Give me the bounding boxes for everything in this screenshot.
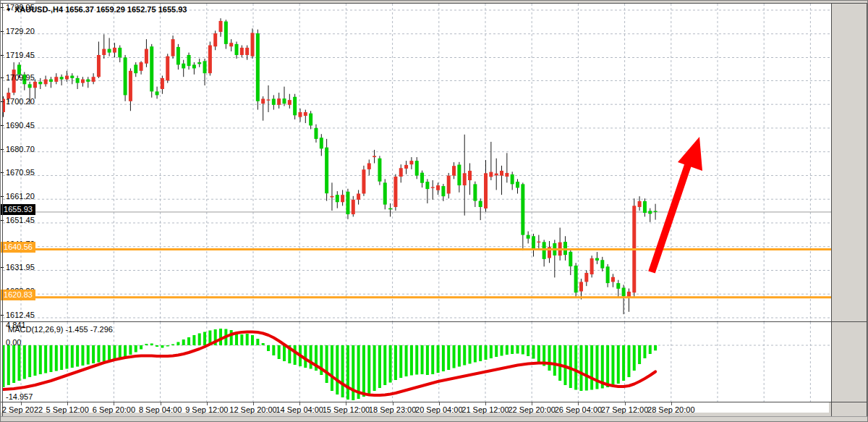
macd-indicator-pane[interactable] — [3, 322, 831, 402]
price-chart-canvas[interactable] — [3, 4, 831, 321]
trend-arrow-shaft[interactable] — [652, 163, 689, 272]
time-axis-label: 21 Sep 12:00 — [461, 405, 509, 414]
candle-up — [245, 48, 249, 55]
macd-histogram-bar — [506, 345, 509, 355]
macd-histogram-bar — [12, 345, 15, 383]
macd-histogram-bar — [267, 345, 270, 351]
macd-histogram-bar — [458, 345, 461, 367]
macd-histogram-bar — [415, 345, 418, 375]
candle-down — [654, 211, 658, 211]
candle-down — [176, 47, 180, 65]
time-axis-label: 28 Sep 20:00 — [647, 405, 694, 414]
level-price-tag: 1640.56 — [1, 242, 35, 253]
candle-down — [124, 57, 127, 95]
macd-histogram-bar — [501, 345, 503, 356]
candle-down — [521, 184, 524, 235]
macd-histogram-bar — [219, 329, 222, 345]
candle-down — [192, 64, 196, 68]
candle-down — [70, 76, 74, 78]
macd-histogram-bar — [49, 345, 52, 372]
macd-histogram-bar — [431, 345, 434, 374]
candle-down — [420, 173, 424, 183]
macd-histogram-bar — [399, 345, 402, 378]
candle-up — [140, 62, 143, 71]
candle-down — [86, 80, 90, 82]
macd-histogram-bar — [606, 345, 609, 387]
candle-up — [409, 161, 413, 164]
macd-histogram-bar — [410, 345, 413, 376]
candle-up — [590, 258, 594, 274]
pane-separator[interactable] — [1, 321, 868, 322]
candle-down — [309, 114, 312, 126]
macd-histogram-bar — [103, 345, 106, 361]
candle-up — [452, 166, 456, 175]
candle-down — [527, 235, 530, 239]
time-axis-label: 14 Sep 04:00 — [276, 405, 323, 414]
candle-down — [203, 61, 207, 73]
macd-histogram-bar — [108, 345, 111, 360]
macd-histogram-bar — [389, 345, 392, 383]
macd-histogram-bar — [119, 345, 122, 358]
macd-histogram-bar — [135, 345, 137, 353]
candle-up — [431, 187, 435, 187]
macd-histogram-bar — [649, 345, 652, 354]
macd-histogram-bar — [326, 345, 328, 383]
candle-down — [314, 128, 318, 139]
price-axis-label: 1661.20 — [6, 192, 35, 201]
time-axis-label: 20 Sep 04:00 — [415, 405, 462, 414]
macd-histogram-bar — [71, 345, 74, 368]
level-price-tag: 1620.83 — [1, 290, 35, 300]
candle-down — [336, 195, 339, 202]
candle-down — [293, 97, 297, 116]
candle-down — [134, 64, 137, 73]
mt4-chart-window: 1738.951729.201719.451709.951700.201690.… — [0, 0, 868, 422]
macd-histogram-bar — [7, 345, 10, 385]
price-axis-label: 1729.20 — [6, 27, 35, 36]
time-axis-label: 5 Sep 12:00 — [46, 405, 89, 414]
candle-down — [282, 98, 286, 104]
macd-histogram-bar — [437, 345, 440, 373]
price-axis-label: 1612.45 — [6, 311, 35, 320]
price-axis-label: 1670.95 — [6, 168, 35, 177]
macd-histogram-bar — [341, 345, 344, 397]
price-axis-label: 1700.20 — [6, 97, 35, 106]
time-axis-label: 2 Sep 2022 — [2, 405, 43, 414]
price-axis-label: 1690.45 — [6, 121, 35, 130]
macd-histogram-bar — [490, 345, 493, 358]
macd-histogram-bar — [256, 339, 259, 345]
candle-up — [267, 99, 271, 100]
candle-down — [378, 159, 381, 182]
candle-down — [272, 98, 276, 104]
macd-bottom-border — [1, 402, 868, 402]
symbol-dropdown-icon[interactable]: ▼ — [6, 6, 12, 14]
price-chart-pane[interactable] — [3, 4, 831, 321]
candle-up — [166, 56, 169, 81]
macd-histogram-bar — [192, 335, 195, 345]
macd-histogram-bar — [129, 345, 132, 355]
trend-arrow-head[interactable] — [678, 137, 702, 171]
candle-down — [457, 165, 461, 186]
price-axis-label: 1680.70 — [6, 145, 35, 154]
candle-down — [415, 161, 419, 175]
macd-histogram-bar — [166, 345, 169, 347]
macd-histogram-bar — [304, 345, 307, 368]
candle-down — [197, 62, 201, 64]
candle-up — [579, 282, 583, 291]
macd-canvas[interactable] — [3, 322, 831, 402]
macd-histogram-bar — [367, 345, 370, 394]
candle-down — [346, 192, 349, 214]
macd-histogram-bar — [81, 345, 84, 366]
candle-up — [213, 33, 217, 46]
axis-separator[interactable] — [831, 3, 832, 416]
macd-histogram-bar — [251, 335, 254, 345]
candle-down — [600, 260, 604, 268]
macd-axis-label: -14.957 — [6, 392, 33, 402]
candle-up — [65, 76, 69, 80]
macd-histogram-bar — [469, 345, 472, 364]
macd-histogram-bar — [39, 345, 42, 374]
macd-histogram-bar — [124, 345, 127, 358]
macd-histogram-bar — [44, 345, 47, 374]
candle-down — [383, 182, 387, 204]
time-axis-label: 22 Sep 20:00 — [508, 405, 555, 414]
candle-up — [208, 46, 212, 74]
